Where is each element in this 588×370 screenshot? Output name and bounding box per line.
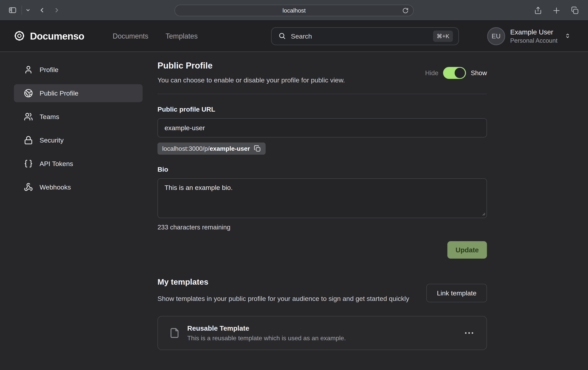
back-button[interactable] bbox=[38, 7, 45, 14]
sidebar-item-security[interactable]: Security bbox=[14, 131, 143, 149]
settings-sidebar: Profile Public Profile Teams Security AP… bbox=[14, 61, 143, 202]
chevron-left-icon bbox=[38, 7, 45, 14]
brand-name: Documenso bbox=[30, 31, 84, 42]
template-menu-button[interactable] bbox=[463, 330, 475, 336]
brand[interactable]: Documenso bbox=[14, 30, 84, 42]
account-names: Example User Personal Account bbox=[510, 28, 557, 44]
app-header: Documenso Documents Templates Search ⌘+K… bbox=[0, 21, 588, 52]
reload-button[interactable] bbox=[402, 7, 409, 14]
template-description: This is a reusable template which is use… bbox=[187, 335, 346, 342]
sidebar-panel-icon bbox=[8, 6, 17, 14]
template-list-item[interactable]: Reusable Template This is a reusable tem… bbox=[158, 316, 487, 350]
update-button[interactable]: Update bbox=[447, 241, 487, 259]
search-placeholder: Search bbox=[291, 32, 312, 40]
tabs-icon bbox=[571, 6, 579, 15]
browser-chrome: localhost bbox=[0, 0, 588, 21]
nav-documents[interactable]: Documents bbox=[113, 32, 148, 40]
public-profile-link: localhost:3000/p/example-user bbox=[162, 145, 250, 152]
copy-link-button[interactable] bbox=[254, 145, 261, 152]
reload-icon bbox=[402, 7, 409, 14]
forward-button[interactable] bbox=[53, 7, 60, 14]
divider bbox=[158, 94, 487, 94]
templates-description: Show templates in your public profile fo… bbox=[158, 294, 409, 303]
nav-templates[interactable]: Templates bbox=[166, 32, 198, 40]
template-texts: Reusable Template This is a reusable tem… bbox=[187, 324, 346, 342]
divider bbox=[21, 6, 22, 15]
account-name: Example User bbox=[510, 28, 557, 36]
users-icon bbox=[24, 112, 33, 121]
copy-icon bbox=[254, 145, 261, 152]
profile-visibility-toggle[interactable] bbox=[443, 67, 466, 79]
url-text: localhost bbox=[283, 7, 305, 14]
share-button[interactable] bbox=[534, 6, 542, 15]
public-profile-link-chip: localhost:3000/p/example-user bbox=[158, 143, 266, 155]
chevron-down-icon bbox=[25, 8, 31, 13]
account-type: Personal Account bbox=[510, 37, 557, 44]
top-nav: Documents Templates bbox=[113, 32, 198, 40]
globe-icon bbox=[24, 89, 33, 98]
templates-header: My templates Show templates in your publ… bbox=[158, 278, 409, 303]
search-icon bbox=[278, 32, 286, 40]
sidebar-item-api-tokens[interactable]: API Tokens bbox=[14, 155, 143, 173]
sidebar-menu-button[interactable] bbox=[25, 8, 31, 13]
lock-icon bbox=[24, 136, 33, 145]
template-name: Reusable Template bbox=[187, 324, 346, 332]
sidebar-item-webhooks[interactable]: Webhooks bbox=[14, 178, 143, 196]
sidebar-item-profile[interactable]: Profile bbox=[14, 61, 143, 79]
webhook-icon bbox=[24, 183, 33, 192]
account-menu[interactable]: EU Example User Personal Account bbox=[487, 27, 571, 45]
show-label: Show bbox=[471, 69, 487, 77]
chevrons-up-down-icon bbox=[565, 33, 571, 40]
browser-url-bar[interactable]: localhost bbox=[175, 5, 414, 16]
characters-remaining: 233 characters remaining bbox=[158, 224, 487, 231]
file-icon bbox=[169, 328, 180, 338]
profile-url-input[interactable] bbox=[158, 118, 487, 137]
screen: localhost Documenso Documents bbox=[0, 0, 588, 370]
documenso-logo-icon bbox=[14, 30, 25, 42]
templates-title: My templates bbox=[158, 278, 409, 287]
search-input[interactable]: Search ⌘+K bbox=[271, 27, 459, 45]
avatar: EU bbox=[487, 27, 505, 45]
search-shortcut-badge: ⌘+K bbox=[433, 31, 453, 42]
bio-label: Bio bbox=[158, 166, 487, 173]
user-icon bbox=[24, 65, 33, 74]
share-icon bbox=[534, 6, 542, 15]
profile-url-label: Public profile URL bbox=[158, 105, 487, 113]
link-template-button[interactable]: Link template bbox=[426, 284, 487, 302]
bio-textarea[interactable]: This is an example bio. bbox=[158, 178, 487, 218]
new-tab-button[interactable] bbox=[552, 6, 561, 15]
visibility-toggle-row: Hide Show bbox=[425, 67, 487, 79]
chevron-right-icon bbox=[53, 7, 60, 14]
hide-label: Hide bbox=[425, 69, 439, 77]
toggle-knob bbox=[455, 68, 465, 78]
sidebar-item-teams[interactable]: Teams bbox=[14, 108, 143, 126]
braces-icon bbox=[24, 159, 33, 168]
sidebar-toggle-button[interactable] bbox=[8, 6, 17, 14]
tab-overview-button[interactable] bbox=[571, 6, 579, 15]
sidebar-item-public-profile[interactable]: Public Profile bbox=[14, 84, 143, 102]
public-profile-settings: Public Profile Hide Show You can choose … bbox=[158, 61, 487, 350]
plus-icon bbox=[552, 6, 561, 15]
